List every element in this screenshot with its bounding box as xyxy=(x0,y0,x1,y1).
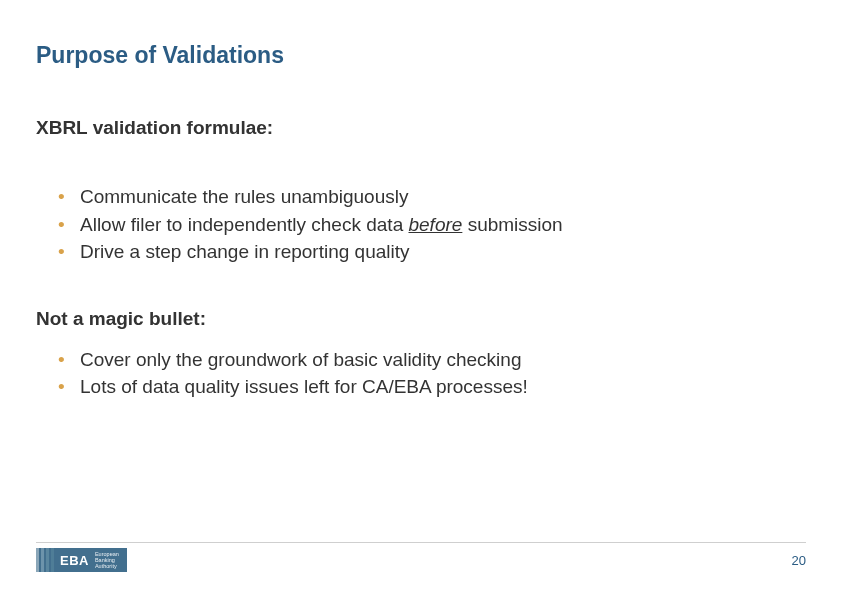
logo-text: EBA xyxy=(56,548,95,572)
bullet-text: Communicate the rules unambiguously xyxy=(80,186,408,207)
list-item: Drive a step change in reporting quality xyxy=(58,238,806,266)
bullet-text-post: submission xyxy=(462,214,562,235)
slide: Purpose of Validations XBRL validation f… xyxy=(0,0,842,595)
bullet-text: Drive a step change in reporting quality xyxy=(80,241,410,262)
bullet-list-1: Communicate the rules unambiguously Allo… xyxy=(36,183,806,266)
footer-divider xyxy=(36,542,806,543)
list-item: Allow filer to independently check data … xyxy=(58,211,806,239)
bullet-list-2: Cover only the groundwork of basic valid… xyxy=(36,346,806,401)
bullet-text: Allow filer to independently check data xyxy=(80,214,408,235)
bullet-em: before xyxy=(408,214,462,235)
bullet-text: Lots of data quality issues left for CA/… xyxy=(80,376,528,397)
eba-logo: EBA European Banking Authority xyxy=(36,548,127,572)
section-heading-1: XBRL validation formulae: xyxy=(36,117,806,139)
section-heading-2: Not a magic bullet: xyxy=(36,308,806,330)
footer: EBA European Banking Authority 20 xyxy=(36,545,806,575)
list-item: Communicate the rules unambiguously xyxy=(58,183,806,211)
page-number: 20 xyxy=(792,553,806,568)
logo-subtext: European Banking Authority xyxy=(95,548,127,572)
logo-bars-icon xyxy=(36,548,56,572)
list-item: Lots of data quality issues left for CA/… xyxy=(58,373,806,401)
logo-sub-line: Authority xyxy=(95,563,119,569)
bullet-text: Cover only the groundwork of basic valid… xyxy=(80,349,521,370)
list-item: Cover only the groundwork of basic valid… xyxy=(58,346,806,374)
slide-title: Purpose of Validations xyxy=(36,42,806,69)
